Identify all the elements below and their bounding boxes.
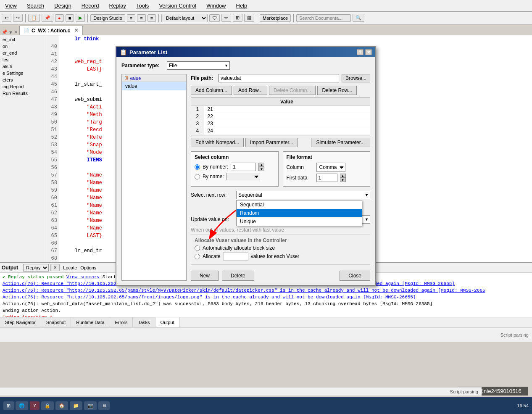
by-name-select-wrapper (226, 173, 260, 180)
taskbar-browser[interactable]: 🌐 (16, 401, 28, 410)
first-data-row: First data ▲ ▼ (287, 174, 367, 182)
dialog-title-text: Parameter List (129, 49, 167, 55)
dialog-close-button[interactable]: ✕ (365, 49, 372, 55)
dropdown-sequential[interactable]: Sequential (237, 200, 362, 209)
file-path-row: File path: Browse... (191, 74, 370, 82)
close-dialog-button[interactable]: Close (340, 271, 370, 281)
auto-allocate-radio[interactable] (195, 245, 200, 251)
file-path-input[interactable] (219, 74, 339, 82)
param-type-row: Parameter type: File (121, 61, 370, 70)
new-button[interactable]: New (191, 271, 219, 281)
left-panel: ⊞ value value (121, 74, 187, 281)
taskbar-camera[interactable]: 📷 (84, 401, 97, 410)
spin-up[interactable]: ▲ (258, 163, 264, 167)
taskbar-monitor[interactable]: 🖥 (98, 401, 110, 410)
manual-allocate-radio[interactable] (195, 254, 200, 259)
table-row: 525 (191, 134, 370, 136)
file-format-section: File format Column Comma Tab Space (283, 151, 371, 187)
dialog-title-buttons: ? ✕ (357, 49, 372, 55)
select-next-row-wrapper: Sequential ▼ (236, 191, 370, 199)
help-button[interactable]: ? (357, 49, 363, 55)
taskbar-lock[interactable]: 🔒 (41, 401, 54, 410)
by-number-row: By number: ▲ ▼ (195, 163, 275, 171)
row-num: 5 (191, 134, 204, 136)
left-panel-header: ⊞ value (122, 74, 186, 82)
select-next-row-row: Select next row: Sequential ▼ (191, 191, 370, 199)
spin-down[interactable]: ▼ (258, 167, 264, 171)
select-next-row-section: Select next row: Sequential ▼ Se (191, 191, 370, 199)
modal-overlay: 📋 Parameter List ? ✕ Parameter type: Fil… (0, 0, 532, 414)
row-value[interactable]: 24 (204, 127, 370, 134)
by-number-input[interactable] (231, 163, 256, 171)
spin-down2[interactable]: ▼ (340, 178, 346, 182)
taskbar-home[interactable]: 🏠 (55, 401, 68, 410)
edit-row: Edit with Notepad... Import Parameter...… (191, 138, 370, 147)
param-type-select[interactable]: File (167, 61, 230, 70)
delete-column-button[interactable]: Delete Column... (269, 86, 316, 95)
param-type-label: Parameter type: (121, 63, 163, 69)
by-name-select[interactable] (226, 173, 260, 180)
left-panel-header-text: value (130, 76, 141, 81)
row-value[interactable]: 22 (204, 113, 370, 120)
delete-row-button[interactable]: Delete Row... (317, 86, 356, 95)
row-num: 2 (191, 113, 204, 120)
edit-notepad-button[interactable]: Edit with Notepad... (191, 138, 244, 147)
dropdown-unique[interactable]: Unique (237, 217, 362, 226)
dialog-panels: ⊞ value value File path: Browse... (121, 74, 370, 281)
value-icon: ⊞ (124, 75, 128, 81)
by-number-radio[interactable] (195, 164, 200, 170)
allocate-input[interactable] (223, 252, 248, 261)
row-num: 1 (191, 106, 204, 113)
allocate-section: Allocate Vuser values in the Controller … (191, 235, 370, 265)
row-num: 3 (191, 120, 204, 127)
column-format-label: Column (287, 164, 314, 170)
dropdown-open: Sequential Random Unique (236, 200, 362, 226)
taskbar-file[interactable]: 📁 (70, 401, 82, 410)
taskbar-start[interactable]: ⊞ (3, 401, 14, 410)
left-panel-item[interactable]: value (122, 82, 186, 90)
table-value-header: value (204, 98, 370, 106)
import-parameter-button[interactable]: Import Parameter... (245, 138, 298, 147)
taskbar-app1[interactable]: Y (30, 401, 40, 410)
param-type-select-wrapper: File (167, 61, 230, 70)
allocate-label-text: Allocate (203, 253, 221, 259)
file-path-label: File path: (191, 75, 216, 81)
script-status-text: Script parsing (450, 389, 478, 394)
row-value[interactable]: 23 (204, 120, 370, 127)
taskbar-right: 16:54 (517, 403, 529, 409)
first-data-spinner[interactable]: ▲ ▼ (340, 174, 346, 182)
table-row-num-header (191, 98, 204, 106)
browse-button[interactable]: Browse... (342, 74, 370, 82)
row-value[interactable]: 25 (204, 134, 370, 136)
add-row-button[interactable]: Add Row... (234, 86, 267, 95)
table-row: 424 (191, 127, 370, 134)
script-status-bar: Script parsing (0, 387, 482, 396)
column-format-row: Column Comma Tab Space (287, 163, 367, 172)
data-table-container: value 121 222 323 424 525 (191, 98, 370, 135)
simulate-parameter-button[interactable]: Simulate Parameter... (311, 138, 370, 147)
auto-allocate-label: Automatically allocate block size (203, 245, 275, 251)
allocate-title: Allocate Vuser values in the Controller (195, 237, 366, 243)
delete-button[interactable]: Delete (222, 271, 254, 281)
by-number-spinner[interactable]: ▲ ▼ (258, 163, 264, 171)
dialog-body: Parameter type: File ⊞ value value (116, 57, 375, 285)
first-data-label: First data (287, 175, 314, 181)
by-name-row: By name: (195, 173, 275, 180)
dialog-icon: 📋 (120, 49, 127, 55)
column-format-select[interactable]: Comma Tab Space (316, 163, 345, 172)
row-value[interactable]: 21 (204, 106, 370, 113)
parameter-list-dialog: 📋 Parameter List ? ✕ Parameter type: Fil… (116, 46, 376, 286)
select-next-row-select[interactable]: Sequential (236, 191, 370, 199)
manual-allocate-row: Allocate values for each Vuser (195, 252, 366, 261)
spin-up2[interactable]: ▲ (340, 174, 346, 178)
table-row: 121 (191, 106, 370, 113)
footer-left: New Delete (191, 271, 254, 281)
row-num: 4 (191, 127, 204, 134)
first-data-input[interactable] (316, 174, 337, 182)
select-column-section: Select column By number: ▲ ▼ (191, 151, 279, 187)
values-for-label: values for each Vuser (251, 253, 300, 259)
taskbar-time: 16:54 (517, 403, 529, 408)
by-name-radio[interactable] (195, 174, 200, 179)
add-column-button[interactable]: Add Column... (191, 86, 232, 95)
dropdown-random[interactable]: Random (237, 209, 362, 217)
